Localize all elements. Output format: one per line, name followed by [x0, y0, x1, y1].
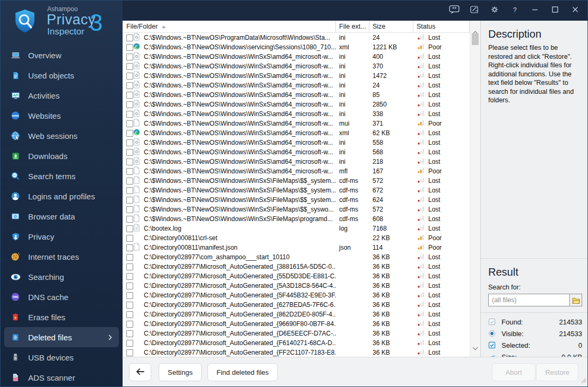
- sidebar-item-ads-scanner[interactable]: ADS scanner: [1, 367, 123, 387]
- sidebar-item-logins-and-profiles[interactable]: Logins and profiles: [1, 186, 123, 206]
- stat-visible-icon: [488, 330, 497, 337]
- sidebar-item-overview[interactable]: Overview: [1, 45, 123, 65]
- row-checkbox[interactable]: [126, 254, 133, 261]
- file-ext: cdf-ms: [336, 206, 369, 213]
- feedback-button[interactable]: **: [446, 4, 462, 17]
- scrollbar-thumb[interactable]: [472, 33, 479, 45]
- file-size: 36 KB: [369, 311, 413, 318]
- row-checkbox[interactable]: [126, 120, 133, 127]
- row-checkbox[interactable]: [126, 44, 133, 51]
- row-checkbox[interactable]: [126, 139, 133, 146]
- file-size: 36 KB: [369, 349, 413, 356]
- doc-file-icon: [133, 186, 140, 195]
- settings-button[interactable]: [487, 4, 503, 17]
- back-button[interactable]: [129, 363, 151, 381]
- row-checkbox[interactable]: [126, 225, 133, 232]
- row-checkbox[interactable]: [126, 187, 133, 194]
- file-size: 114: [369, 244, 413, 251]
- status-lost-icon: [418, 263, 425, 270]
- row-checkbox[interactable]: [126, 34, 133, 41]
- scrollbar-down-arrow-icon[interactable]: [472, 343, 478, 353]
- row-checkbox[interactable]: [126, 235, 133, 242]
- find-deleted-files-button[interactable]: Find deleted files: [207, 363, 278, 381]
- sidebar-item-deleted-files[interactable]: Deleted files: [4, 327, 119, 347]
- sidebar-item-web-sessions[interactable]: Web sessions: [1, 126, 123, 146]
- row-checkbox[interactable]: [126, 273, 133, 280]
- vertical-scrollbar[interactable]: [470, 21, 480, 357]
- notes-button[interactable]: [466, 4, 482, 17]
- row-checkbox[interactable]: [126, 340, 133, 347]
- minimize-button[interactable]: [527, 4, 543, 17]
- row-checkbox[interactable]: [126, 159, 133, 165]
- row-checkbox[interactable]: [126, 92, 133, 99]
- row-checkbox[interactable]: [126, 283, 133, 289]
- file-size: 370: [369, 63, 413, 70]
- sidebar-item-websites[interactable]: wwwWebsites: [1, 105, 123, 126]
- row-checkbox[interactable]: [126, 292, 133, 299]
- www-icon: www: [10, 110, 21, 121]
- row-checkbox[interactable]: [126, 263, 133, 270]
- camera-icon: [10, 211, 21, 222]
- row-checkbox[interactable]: [126, 349, 133, 356]
- status-label: Lost: [428, 320, 440, 328]
- row-checkbox[interactable]: [126, 302, 133, 309]
- browse-folder-button[interactable]: [569, 294, 582, 306]
- svg-text:www: www: [12, 114, 19, 117]
- row-checkbox[interactable]: [126, 244, 133, 251]
- sidebar-item-erase-files[interactable]: Erase files: [1, 307, 123, 327]
- row-checkbox[interactable]: [126, 197, 133, 204]
- gear-doc-file-icon: [133, 61, 140, 71]
- search-box: [488, 294, 582, 306]
- row-checkbox[interactable]: [126, 130, 133, 137]
- settings-button[interactable]: Settings: [159, 363, 202, 381]
- file-path: C:\$Windows.~BT\NewOS\Windows\WinSxS\amd…: [144, 110, 336, 118]
- folder-open-icon: [572, 297, 580, 304]
- sidebar-item-downloads[interactable]: Downloads: [1, 146, 123, 166]
- sidebar-item-internet-traces[interactable]: Internet traces: [1, 247, 123, 267]
- row-checkbox[interactable]: [126, 311, 133, 318]
- close-button[interactable]: [567, 4, 583, 17]
- resize-grip[interactable]: [580, 376, 586, 385]
- sidebar-item-usb-devices[interactable]: USB devices: [1, 347, 123, 367]
- help-button[interactable]: ?: [507, 4, 523, 17]
- doc-file-icon: [133, 119, 140, 128]
- column-header-size[interactable]: Size: [369, 21, 413, 32]
- row-checkbox[interactable]: [126, 101, 133, 108]
- column-header-status[interactable]: Status: [413, 21, 470, 32]
- sidebar-item-used-objects[interactable]: Used objects: [1, 65, 123, 85]
- sidebar-item-search-terms[interactable]: Search terms: [1, 166, 123, 186]
- row-checkbox[interactable]: [126, 206, 133, 213]
- sidebar-item-searching[interactable]: Searching: [1, 267, 123, 287]
- sidebar-item-label: Privacy: [28, 232, 54, 241]
- status-label: Poor: [428, 168, 442, 175]
- row-checkbox[interactable]: [126, 149, 133, 156]
- column-header-file-ext[interactable]: File ext...: [336, 21, 369, 32]
- row-checkbox[interactable]: [126, 216, 133, 223]
- abort-button[interactable]: Abort: [492, 363, 535, 381]
- doc-file-icon: [133, 243, 140, 252]
- sidebar-item-privacy[interactable]: Privacy: [1, 226, 123, 247]
- maximize-button[interactable]: [547, 4, 563, 17]
- row-checkbox[interactable]: [126, 330, 133, 337]
- row-checkbox[interactable]: [126, 178, 133, 184]
- restore-button[interactable]: Restore: [536, 363, 578, 381]
- file-ext: xml: [336, 129, 369, 137]
- row-checkbox[interactable]: [126, 82, 133, 89]
- row-checkbox[interactable]: [126, 63, 133, 70]
- file-ext: ini: [336, 158, 369, 165]
- sidebar-item-dns-cache[interactable]: DNSDNS cache: [1, 287, 123, 307]
- row-checkbox[interactable]: [126, 321, 133, 328]
- row-checkbox[interactable]: [126, 73, 133, 80]
- row-checkbox[interactable]: [126, 111, 133, 118]
- search-input[interactable]: [489, 294, 569, 306]
- row-checkbox[interactable]: [126, 168, 133, 175]
- status-lost-icon: [418, 225, 425, 232]
- stat-label: Selected:: [501, 341, 530, 349]
- column-header-file-folder[interactable]: File/Folder: [123, 21, 336, 32]
- document-icon: [10, 70, 21, 81]
- sidebar-item-browser-data[interactable]: Browser data: [1, 206, 123, 226]
- row-checkbox[interactable]: [126, 54, 133, 60]
- sidebar-item-label: Deleted files: [28, 333, 72, 342]
- sidebar-item-activities[interactable]: Activities: [1, 85, 123, 105]
- gear-doc-file-icon: [133, 100, 140, 109]
